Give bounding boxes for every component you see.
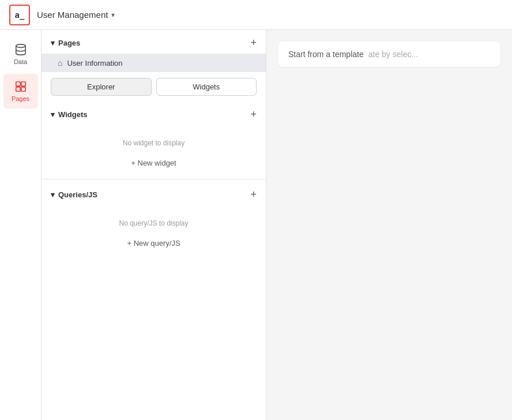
tab-explorer[interactable]: Explorer bbox=[51, 78, 152, 96]
logo[interactable]: a_ bbox=[9, 5, 30, 25]
pages-add-icon[interactable]: + bbox=[250, 37, 257, 49]
svg-rect-4 bbox=[21, 87, 25, 91]
pages-chevron-icon: ▾ bbox=[51, 39, 55, 47]
app-title[interactable]: User Management ▾ bbox=[37, 10, 115, 20]
template-bar[interactable]: Start from a template ate by selec... bbox=[278, 42, 500, 67]
queries-section-title: ▾ Queries/JS bbox=[51, 190, 97, 199]
widgets-chevron-icon: ▾ bbox=[51, 110, 55, 119]
queries-chevron-icon: ▾ bbox=[51, 190, 55, 199]
pages-label: Pages bbox=[12, 95, 29, 102]
template-bar-text: Start from a template bbox=[288, 50, 364, 59]
svg-point-0 bbox=[16, 44, 25, 48]
queries-empty-state: No query/JS to display bbox=[42, 205, 266, 234]
sidebar-item-pages[interactable]: Pages bbox=[3, 74, 38, 108]
widgets-empty-state: No widget to display bbox=[42, 125, 266, 154]
page-item-label: User Information bbox=[67, 59, 122, 68]
new-widget-button[interactable]: + New widget bbox=[42, 154, 266, 172]
data-label: Data bbox=[14, 58, 27, 65]
widgets-title-text: Widgets bbox=[58, 110, 87, 119]
widgets-section-title: ▾ Widgets bbox=[51, 110, 87, 119]
svg-rect-3 bbox=[16, 87, 20, 91]
topbar-chevron-icon: ▾ bbox=[111, 11, 115, 19]
queries-add-icon[interactable]: + bbox=[250, 189, 257, 201]
queries-section-header[interactable]: ▾ Queries/JS + bbox=[42, 182, 266, 205]
new-query-button[interactable]: + New query/JS bbox=[42, 234, 266, 252]
widgets-section-header[interactable]: ▾ Widgets + bbox=[42, 102, 266, 125]
pages-title-text: Pages bbox=[58, 39, 80, 47]
sidebar: ▾ Pages + ⌂ User Information Explorer Wi… bbox=[42, 30, 266, 420]
app-title-text: User Management bbox=[37, 10, 108, 20]
tabs-row: Explorer Widgets bbox=[42, 72, 266, 102]
svg-rect-2 bbox=[21, 82, 25, 86]
pages-section-title: ▾ Pages bbox=[51, 39, 80, 47]
database-icon bbox=[14, 43, 27, 56]
topbar: a_ User Management ▾ bbox=[0, 0, 512, 30]
widgets-add-icon[interactable]: + bbox=[250, 108, 257, 121]
widgets-section: ▾ Widgets + No widget to display + New w… bbox=[42, 102, 266, 177]
template-bar-suffix: ate by selec... bbox=[368, 50, 418, 59]
page-item-user-information[interactable]: ⌂ User Information bbox=[42, 54, 266, 72]
main-layout: Data Pages ▾ Pages + ⌂ User Information bbox=[0, 30, 512, 420]
icon-bar: Data Pages bbox=[0, 30, 42, 420]
sidebar-item-data[interactable]: Data bbox=[3, 37, 38, 72]
main-content: Start from a template ate by selec... Ed… bbox=[266, 30, 512, 420]
main-content-inner: Start from a template ate by selec... bbox=[266, 30, 512, 78]
queries-section: ▾ Queries/JS + No query/JS to display + … bbox=[42, 182, 266, 257]
queries-title-text: Queries/JS bbox=[58, 190, 97, 199]
pages-icon bbox=[14, 80, 27, 93]
svg-rect-1 bbox=[16, 82, 20, 86]
pages-section-header[interactable]: ▾ Pages + bbox=[42, 30, 266, 54]
tab-widgets[interactable]: Widgets bbox=[156, 78, 257, 96]
logo-text: a_ bbox=[15, 10, 25, 20]
home-icon: ⌂ bbox=[58, 58, 62, 68]
section-divider bbox=[42, 179, 266, 179]
